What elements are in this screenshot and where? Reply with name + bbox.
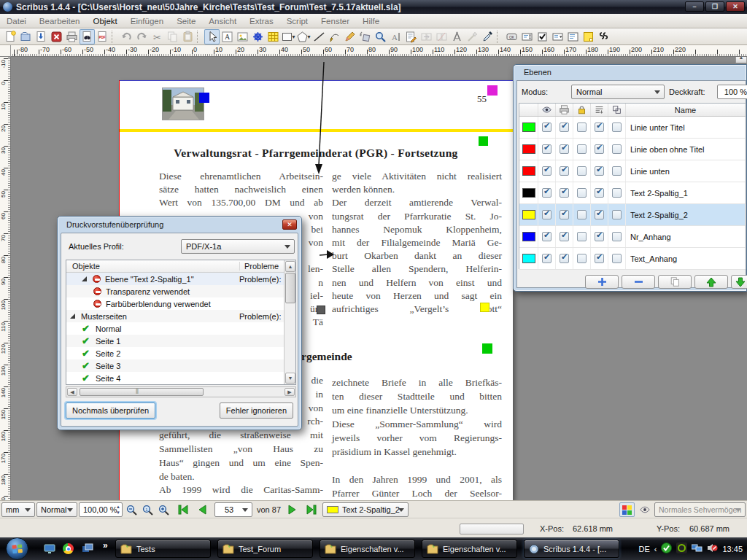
insert-polygon-button[interactable]: ▼ — [296, 29, 311, 44]
redo-button[interactable] — [134, 29, 150, 44]
menu-seite[interactable]: Seite — [170, 15, 202, 28]
layer-textflow-checkbox[interactable] — [595, 188, 604, 198]
layer-textflow-checkbox[interactable] — [595, 166, 604, 176]
scroll-left-icon[interactable]: ◀ — [67, 388, 77, 396]
layer-textflow-checkbox[interactable] — [595, 122, 604, 132]
insert-image-frame-button[interactable] — [235, 29, 250, 44]
pdf-text-field-button[interactable] — [519, 29, 535, 44]
menu-ansicht[interactable]: Ansicht — [202, 15, 243, 28]
taskbar-button-5[interactable]: Scribus 1.4.4 - [... — [524, 540, 619, 558]
start-button[interactable] — [6, 537, 28, 560]
insert-shape-button[interactable]: ▼ — [281, 29, 296, 44]
layers-palette[interactable]: Ebenen Modus: Normal Deckkraft: 100 % Na… — [513, 64, 747, 292]
layer-outline-checkbox[interactable] — [612, 188, 622, 198]
layer-print-checkbox[interactable] — [560, 188, 569, 198]
antivirus-tray-icon[interactable] — [661, 542, 672, 555]
insert-freehand-button[interactable] — [342, 29, 357, 44]
layer-outline-checkbox[interactable] — [612, 254, 622, 263]
layer-print-checkbox[interactable] — [560, 144, 569, 154]
layer-outline-checkbox[interactable] — [612, 210, 622, 219]
zoom-button[interactable] — [373, 29, 388, 44]
restore-button[interactable]: ❐ — [705, 1, 724, 12]
layer-outline-checkbox[interactable] — [612, 232, 622, 241]
blue-marker-square[interactable] — [199, 93, 209, 103]
layer-row-Text_Anhang[interactable]: Text_Anhang — [519, 248, 746, 270]
layer-print-checkbox[interactable] — [560, 166, 569, 176]
scroll-down-icon[interactable]: ▼ — [285, 373, 295, 384]
layer-print-checkbox[interactable] — [560, 122, 569, 132]
layer-color-swatch[interactable] — [522, 232, 535, 241]
close-document-button[interactable] — [49, 29, 64, 44]
last-page-button[interactable] — [303, 502, 319, 517]
copy-button[interactable] — [165, 29, 180, 44]
preflight-row[interactable]: Farbüberblendung verwendet — [66, 298, 284, 310]
preflight-row[interactable]: ✔Seite 2 — [66, 347, 284, 359]
scroll-right-icon[interactable]: ▶ — [285, 388, 295, 396]
layer-row-Linie unter Titel[interactable]: Linie unter Titel — [519, 117, 746, 139]
pdf-combo-box-button[interactable] — [550, 29, 565, 44]
ignore-errors-button[interactable]: Fehler ignorieren — [220, 402, 293, 419]
menu-objekt[interactable]: Objekt — [86, 15, 123, 28]
unlink-text-frames-button[interactable] — [434, 29, 449, 44]
pdf-list-box-button[interactable] — [565, 29, 581, 44]
print-document-button[interactable] — [64, 29, 80, 44]
menu-extras[interactable]: Extras — [243, 15, 280, 28]
tray-chevron-icon[interactable]: ‹ — [654, 545, 657, 553]
menu-datei[interactable]: Datei — [0, 15, 33, 28]
zoom-spinner[interactable]: 100,00 %▲▼ — [79, 502, 123, 517]
zoom-out-button[interactable] — [124, 502, 139, 517]
layer-outline-checkbox[interactable] — [612, 144, 622, 154]
duplicate-layer-button[interactable] — [658, 275, 692, 289]
lower-layer-button[interactable] — [731, 275, 747, 289]
layer-textflow-checkbox[interactable] — [595, 144, 604, 154]
green-marker-square-2[interactable] — [482, 343, 492, 354]
preflight-verifier-button[interactable] — [80, 29, 95, 44]
layer-lock-checkbox[interactable] — [577, 232, 587, 241]
preflight-row[interactable]: ✔Seite 1 — [66, 335, 284, 347]
raise-layer-button[interactable] — [694, 275, 728, 289]
layer-visible-checkbox[interactable] — [542, 188, 551, 198]
nvidia-tray-icon[interactable] — [676, 542, 687, 555]
layer-color-swatch[interactable] — [522, 144, 535, 154]
menu-bearbeiten[interactable]: Bearbeiten — [33, 15, 87, 28]
preflight-row[interactable]: Transparenz verwendet — [66, 285, 284, 298]
menu-hilfe[interactable]: Hilfe — [356, 15, 386, 28]
profile-combo[interactable]: PDF/X-1a — [181, 239, 295, 254]
layer-color-swatch[interactable] — [522, 210, 535, 219]
add-layer-button[interactable] — [585, 275, 619, 289]
expander-icon[interactable] — [82, 276, 87, 281]
layer-color-swatch[interactable] — [522, 166, 535, 176]
open-document-button[interactable] — [18, 29, 34, 44]
pdf-push-button-button[interactable]: OK — [504, 29, 519, 44]
edit-story-button[interactable] — [403, 29, 419, 44]
measurements-button[interactable] — [449, 29, 465, 44]
layer-visible-checkbox[interactable] — [542, 144, 551, 154]
expander-icon[interactable] — [70, 314, 75, 319]
show-desktop-icon[interactable] — [42, 542, 56, 556]
tree-horizontal-scrollbar[interactable]: ◀ ▶ — [66, 386, 296, 397]
taskbar-button-2[interactable]: Test_Forum — [217, 540, 313, 558]
units-combo[interactable]: mm — [1, 502, 35, 517]
copy-properties-button[interactable] — [465, 29, 480, 44]
scroll-up-icon[interactable]: ▲ — [285, 261, 295, 272]
layer-visible-checkbox[interactable] — [542, 122, 551, 132]
insert-render-frame-button[interactable] — [250, 29, 266, 44]
green-marker-square-1[interactable] — [479, 136, 488, 146]
pdf-link-annotation-button[interactable] — [596, 29, 611, 44]
layer-textflow-checkbox[interactable] — [595, 232, 604, 241]
undo-button[interactable] — [119, 29, 134, 44]
link-text-frames-button[interactable] — [419, 29, 434, 44]
active-layer-combo[interactable]: Text 2-Spaltig_2 — [322, 502, 409, 517]
layer-lock-checkbox[interactable] — [577, 166, 587, 176]
blend-mode-combo[interactable]: Normal — [571, 85, 665, 99]
tree-vertical-scrollbar[interactable]: ▲ ▼ — [284, 260, 295, 384]
preview-mode-eye-button[interactable] — [637, 502, 652, 517]
preflight-row[interactable]: ✔Seite 3 — [66, 359, 284, 372]
pdf-check-box-button[interactable] — [535, 29, 550, 44]
layer-lock-checkbox[interactable] — [577, 254, 587, 263]
cut-button[interactable]: ✂ — [150, 29, 165, 44]
layer-lock-checkbox[interactable] — [577, 144, 587, 154]
select-item-button[interactable] — [204, 29, 220, 44]
scrollbar-thumb[interactable] — [80, 388, 204, 396]
taskbar-button-4[interactable]: Eigenschaften v... — [422, 540, 517, 558]
